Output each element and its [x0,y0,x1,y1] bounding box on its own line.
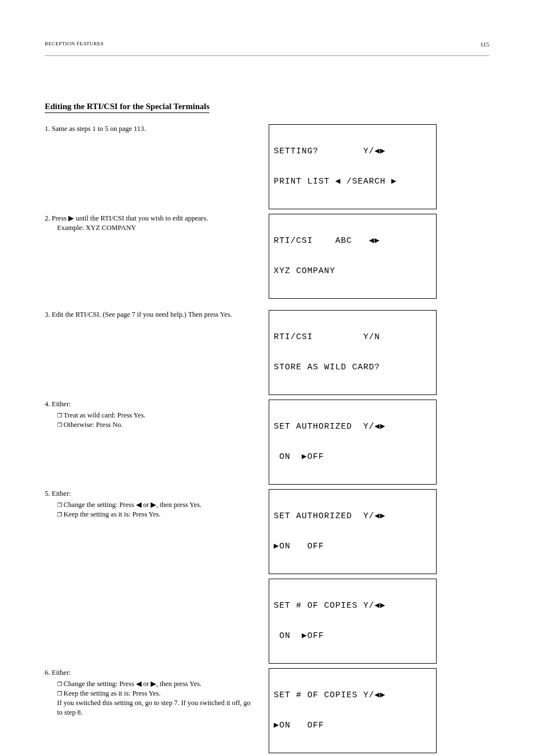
lcd-display: RTI/CSI ABC ◀▶ XYZ COMPANY [269,214,437,299]
step-text: 6. Either: Change the setting: Press ◀ o… [45,668,269,717]
lcd-line: SET AUTHORIZED Y/◀▶ [274,422,432,432]
step-row: 5. Either: Change the setting: Press ◀ o… [45,489,489,664]
step-text: 3. Edit the RTI/CSI. (See page 7 if you … [45,310,269,320]
lcd-display: SET # OF COPIES Y/◀▶ ON ▶OFF [269,579,437,664]
lcd-line: ON ▶OFF [274,631,432,641]
step-row: 6. Either: Change the setting: Press ◀ o… [45,668,489,753]
lcd-line: RTI/CSI Y/N [274,332,432,342]
step-text: 5. Either: Change the setting: Press ◀ o… [45,489,269,519]
step-row: 2. Press ▶ until the RTI/CSI that you wi… [45,214,489,299]
lcd-line: PRINT LIST ◀ /SEARCH ▶ [274,177,432,187]
section-title-edit: Editing the RTI/CSI for the Special Term… [45,101,209,113]
lcd-line: SETTING? Y/◀▶ [274,147,432,157]
running-head: RECEPTION FEATURES [45,40,104,48]
lcd-line: RTI/CSI ABC ◀▶ [274,236,432,246]
step-row: 4. Either: Treat as wild card: Press Yes… [45,400,489,485]
step-text: 4. Either: Treat as wild card: Press Yes… [45,400,269,430]
lcd-line: XYZ COMPANY [274,266,432,276]
page-header: RECEPTION FEATURES 115 [45,34,489,56]
lcd-line: ▶ON OFF [274,721,432,731]
lcd-line: SET # OF COPIES Y/◀▶ [274,601,432,611]
lcd-line: ON ▶OFF [274,452,432,462]
lcd-display: RTI/CSI Y/N STORE AS WILD CARD? [269,310,437,395]
step-row: 1. Same as steps 1 to 5 on page 113. SET… [45,124,489,209]
step-row: 3. Edit the RTI/CSI. (See page 7 if you … [45,310,489,395]
step-text: 1. Same as steps 1 to 5 on page 113. [45,124,269,134]
step-text: 2. Press ▶ until the RTI/CSI that you wi… [45,214,269,233]
lcd-line: SET # OF COPIES Y/◀▶ [274,691,432,701]
lcd-line: ▶ON OFF [274,542,432,552]
page-number: 115 [480,40,489,49]
lcd-display: SET AUTHORIZED Y/◀▶ ▶ON OFF [269,489,437,574]
lcd-display: SET AUTHORIZED Y/◀▶ ON ▶OFF [269,400,437,485]
lcd-line: SET AUTHORIZED Y/◀▶ [274,511,432,522]
lcd-display: SETTING? Y/◀▶ PRINT LIST ◀ /SEARCH ▶ [269,124,437,209]
lcd-display: SET # OF COPIES Y/◀▶ ▶ON OFF [269,668,437,753]
lcd-line: STORE AS WILD CARD? [274,363,432,373]
